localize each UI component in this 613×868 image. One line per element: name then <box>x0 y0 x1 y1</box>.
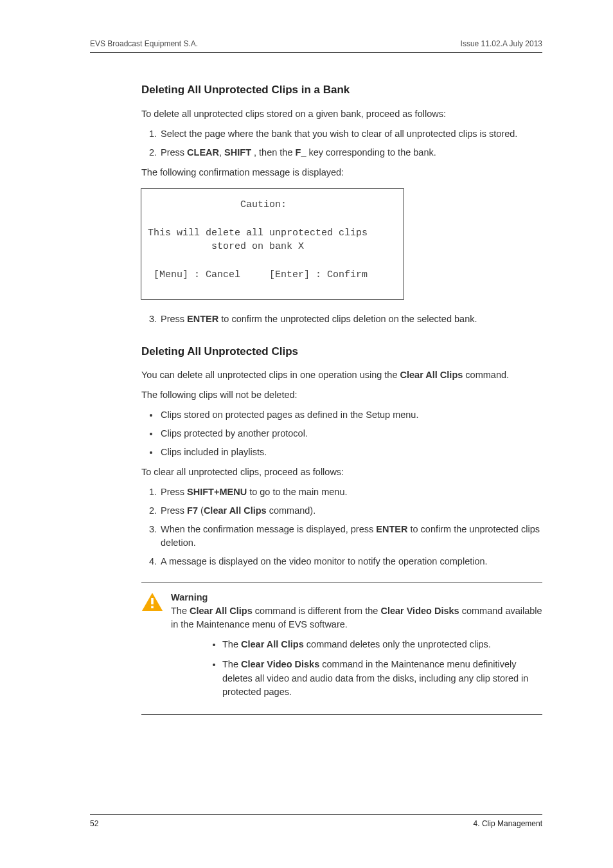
text: to go to the main menu. <box>247 487 347 497</box>
section1-intro: To delete all unprotected clips stored o… <box>141 107 542 121</box>
section1-title: Deleting All Unprotected Clips in a Bank <box>141 82 542 98</box>
key-clear: CLEAR <box>187 147 219 158</box>
section2-title: Deleting All Unprotected Clips <box>141 344 542 360</box>
section1-step2: Press CLEAR, SHIFT , then the F_ key cor… <box>159 146 542 159</box>
key-enter: ENTER <box>187 314 218 324</box>
confirmation-intro: The following confirmation message is di… <box>141 166 542 179</box>
footer-chapter: 4. Clip Management <box>474 818 542 829</box>
page-header: EVS Broadcast Equipment S.A. Issue 11.02… <box>90 39 542 53</box>
key-enter: ENTER <box>376 524 407 534</box>
text: command deletes only the unprotected cli… <box>304 639 491 649</box>
text: ( <box>198 505 204 516</box>
section2-step3: When the confirmation message is display… <box>159 523 542 550</box>
cmd-clear-all-clips: Clear All Clips <box>400 370 463 380</box>
text: Press <box>161 487 187 497</box>
header-left: EVS Broadcast Equipment S.A. <box>90 39 198 50</box>
warning-title: Warning <box>171 591 542 604</box>
text: , then the <box>251 147 296 158</box>
list-item: Clips included in playlists. <box>159 446 542 459</box>
proceed-intro: To clear all unprotected clips, proceed … <box>141 466 542 479</box>
list-item: The Clear All Clips command deletes only… <box>222 638 542 651</box>
text: , <box>219 147 224 158</box>
section2-step4: A message is displayed on the video moni… <box>159 555 542 568</box>
list-item: Clips stored on protected pages as defin… <box>159 408 542 422</box>
text: Press <box>161 147 187 158</box>
text: The <box>222 659 241 669</box>
section1-step1: Select the page where the bank that you … <box>159 127 542 141</box>
section2-step1: Press SHIFT+MENU to go to the main menu. <box>159 485 542 499</box>
key-shift-menu: SHIFT+MENU <box>187 487 247 497</box>
svg-rect-1 <box>151 598 154 604</box>
section2-step2: Press F7 (Clear All Clips command). <box>159 504 542 518</box>
text: The <box>222 639 241 649</box>
section2-steps-list: Press SHIFT+MENU to go to the main menu.… <box>141 485 542 568</box>
text: You can delete all unprotected clips in … <box>141 370 400 380</box>
text: Press <box>161 314 187 324</box>
warning-icon-col <box>141 591 171 705</box>
text: command). <box>267 505 316 516</box>
list-item: Clips protected by another protocol. <box>159 427 542 440</box>
cmd-clear-all-clips: Clear All Clips <box>190 606 253 616</box>
warning-block: Warning The Clear All Clips command is d… <box>141 583 542 714</box>
not-deleted-list: Clips stored on protected pages as defin… <box>141 408 542 459</box>
text: to confirm the unprotected clips deletio… <box>218 314 477 324</box>
section1-steps-list-a: Select the page where the bank that you … <box>141 127 542 159</box>
cmd-clear-all-clips: Clear All Clips <box>204 505 267 516</box>
warning-bullet-list: The Clear All Clips command deletes only… <box>171 638 542 698</box>
list-item: The Clear Video Disks command in the Mai… <box>222 658 542 698</box>
cmd-clear-video-disks: Clear Video Disks <box>241 659 319 669</box>
caution-message-box: Caution: This will delete all unprotecte… <box>141 188 404 300</box>
cmd-clear-video-disks: Clear Video Disks <box>380 606 459 616</box>
warning-paragraph: The Clear All Clips command is different… <box>171 604 542 631</box>
text: command is different from the <box>253 606 381 616</box>
page-number: 52 <box>90 818 98 829</box>
key-f-underscore: F_ <box>296 147 306 158</box>
text: Press <box>161 505 187 516</box>
key-shift: SHIFT <box>224 147 251 158</box>
cmd-clear-all-clips: Clear All Clips <box>241 639 304 649</box>
text: key corresponding to the bank. <box>306 147 436 158</box>
caution-text: Caution: This will delete all unprotecte… <box>148 198 397 282</box>
svg-rect-2 <box>151 606 154 609</box>
not-deleted-intro: The following clips will not be deleted: <box>141 388 542 402</box>
text: command. <box>463 370 509 380</box>
text: When the confirmation message is display… <box>161 524 376 534</box>
text: The <box>171 606 190 616</box>
section2-intro: You can delete all unprotected clips in … <box>141 368 542 382</box>
header-right: Issue 11.02.A July 2013 <box>461 39 542 50</box>
key-f7: F7 <box>187 505 198 516</box>
section1-step3: Press ENTER to confirm the unprotected c… <box>159 312 542 326</box>
page-content: Deleting All Unprotected Clips in a Bank… <box>141 82 542 714</box>
warning-body: Warning The Clear All Clips command is d… <box>171 591 542 705</box>
warning-icon <box>141 592 163 611</box>
page-footer: 52 4. Clip Management <box>90 814 542 829</box>
section1-steps-list-b: Press ENTER to confirm the unprotected c… <box>141 312 542 326</box>
